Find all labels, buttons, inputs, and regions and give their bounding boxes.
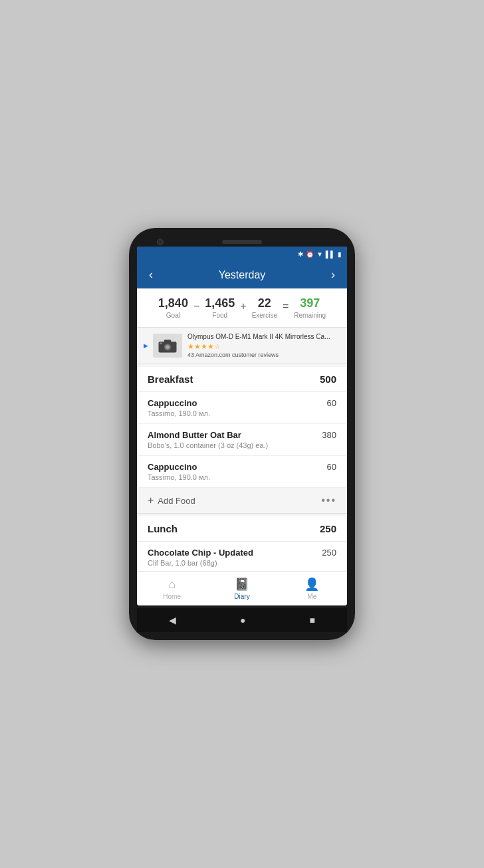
alarm-icon: ⏰ (306, 251, 314, 258)
breakfast-item-3-desc: Tassimo, 190.0 мл. (148, 473, 322, 481)
lunch-item-1-desc: Clif Bar, 1.0 bar (68g) (148, 559, 316, 567)
breakfast-add-food-row[interactable]: + Add Food ••• (137, 488, 347, 514)
breakfast-item-2-cal: 380 (322, 430, 336, 440)
food-label: Food (212, 312, 227, 319)
remaining-label: Remaining (294, 312, 326, 319)
breakfast-title: Breakfast (148, 374, 193, 385)
breakfast-item-1-name: Cappuccino (148, 398, 322, 408)
android-home-button[interactable]: ● (240, 615, 245, 625)
ad-title: Olympus OM-D E-M1 Mark II 4K Mirrorless … (187, 333, 340, 340)
lunch-title: Lunch (148, 523, 178, 534)
scroll-content: Breakfast 500 Cappuccino Tassimo, 190.0 … (137, 364, 347, 571)
svg-point-4 (166, 346, 170, 349)
next-day-button[interactable]: › (327, 267, 339, 283)
phone-speaker (222, 240, 262, 244)
signal-icon: ▌▌ (326, 251, 335, 258)
exercise-item: 22 Exercise (252, 296, 277, 319)
breakfast-item-3[interactable]: Cappuccino Tassimo, 190.0 мл. 60 (137, 456, 347, 488)
food-value: 1,465 (205, 296, 235, 310)
nav-home[interactable]: ⌂ Home (137, 578, 207, 600)
phone-top (137, 236, 347, 247)
breakfast-item-1-desc: Tassimo, 190.0 мл. (148, 409, 322, 417)
ad-image (153, 334, 182, 358)
breakfast-item-2-desc: Bobo's, 1.0 container (3 oz (43g) ea.) (148, 441, 316, 449)
ad-text: Olympus OM-D E-M1 Mark II 4K Mirrorless … (187, 333, 340, 358)
diary-icon: 📓 (235, 577, 249, 592)
svg-rect-1 (164, 340, 172, 343)
ad-badge-icon: ▶ (144, 343, 148, 349)
me-label: Me (307, 593, 316, 600)
phone-device: ✱ ⏰ ▼ ▌▌ ▮ ‹ Yesterday › 1,840 Goal − 1,… (129, 228, 355, 640)
front-camera (157, 239, 164, 245)
exercise-label: Exercise (252, 312, 277, 319)
lunch-section-header: Lunch 250 (137, 516, 347, 542)
breakfast-item-1-info: Cappuccino Tassimo, 190.0 мл. (148, 398, 322, 417)
status-bar: ✱ ⏰ ▼ ▌▌ ▮ (137, 247, 347, 261)
calorie-summary: 1,840 Goal − 1,465 Food + 22 Exercise = … (137, 288, 347, 328)
minus-operator: − (193, 299, 199, 312)
breakfast-item-2-info: Almond Butter Oat Bar Bobo's, 1.0 contai… (148, 430, 316, 449)
breakfast-item-1[interactable]: Cappuccino Tassimo, 190.0 мл. 60 (137, 392, 347, 424)
wifi-icon: ▼ (316, 251, 323, 258)
breakfast-item-2-name: Almond Butter Oat Bar (148, 430, 316, 440)
home-label: Home (163, 593, 181, 600)
add-food-plus-icon: + (148, 494, 154, 506)
diary-label: Diary (234, 593, 249, 600)
android-recent-button[interactable]: ■ (310, 615, 315, 625)
goal-value: 1,840 (158, 296, 188, 310)
prev-day-button[interactable]: ‹ (145, 267, 157, 283)
lunch-item-1-info: Chocolate Chip - Updated Clif Bar, 1.0 b… (148, 548, 316, 567)
breakfast-item-1-cal: 60 (327, 398, 336, 408)
breakfast-section-header: Breakfast 500 (137, 367, 347, 392)
ad-reviews: 43 Amazon.com customer reviews (187, 352, 340, 358)
remaining-item: 397 Remaining (294, 296, 326, 319)
app-header: ‹ Yesterday › (137, 261, 347, 288)
lunch-item-1-name: Chocolate Chip - Updated (148, 548, 316, 558)
svg-rect-5 (160, 343, 162, 344)
plus-operator: + (240, 299, 246, 312)
lunch-calories: 250 (320, 523, 336, 534)
breakfast-item-2[interactable]: Almond Butter Oat Bar Bobo's, 1.0 contai… (137, 424, 347, 456)
breakfast-calories: 500 (320, 374, 336, 385)
goal-label: Goal (166, 312, 180, 319)
android-back-button[interactable]: ◀ (169, 615, 176, 625)
goal-item: 1,840 Goal (158, 296, 188, 319)
lunch-item-1[interactable]: Chocolate Chip - Updated Clif Bar, 1.0 b… (137, 542, 347, 571)
breakfast-item-3-cal: 60 (327, 462, 336, 472)
more-options-button[interactable]: ••• (321, 494, 336, 506)
breakfast-item-3-info: Cappuccino Tassimo, 190.0 мл. (148, 462, 322, 481)
phone-screen: ✱ ⏰ ▼ ▌▌ ▮ ‹ Yesterday › 1,840 Goal − 1,… (137, 247, 347, 605)
home-icon: ⌂ (168, 578, 176, 592)
food-item: 1,465 Food (205, 296, 235, 319)
ad-stars: ★★★★☆ (187, 342, 340, 351)
add-food-button[interactable]: + Add Food (148, 494, 195, 506)
equals-operator: = (283, 299, 289, 312)
exercise-value: 22 (258, 296, 271, 310)
lunch-item-1-cal: 250 (322, 548, 336, 558)
android-navbar: ◀ ● ■ (137, 608, 347, 632)
me-icon: 👤 (304, 577, 319, 592)
add-food-label: Add Food (158, 496, 195, 506)
ad-banner[interactable]: ▶ Olympus OM-D E-M1 Mark II 4K Mirrorles… (137, 328, 347, 364)
header-title: Yesterday (219, 269, 266, 281)
nav-diary[interactable]: 📓 Diary (207, 577, 277, 600)
breakfast-item-3-name: Cappuccino (148, 462, 322, 472)
nav-me[interactable]: 👤 Me (277, 577, 347, 600)
remaining-value: 397 (300, 296, 320, 310)
bottom-nav: ⌂ Home 📓 Diary 👤 Me (137, 571, 347, 605)
bluetooth-icon: ✱ (298, 251, 303, 258)
battery-icon: ▮ (338, 251, 342, 258)
